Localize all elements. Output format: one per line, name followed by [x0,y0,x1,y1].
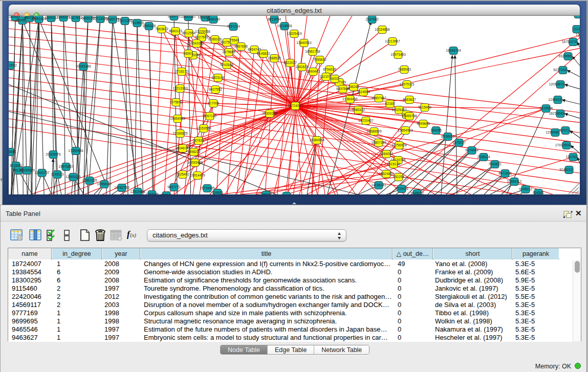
svg-text:12444: 12444 [282,194,292,194]
svg-text:2610552: 2610552 [9,63,17,67]
svg-text:7663822: 7663822 [155,27,168,31]
svg-text:2718170: 2718170 [175,70,188,73]
svg-text:9245012: 9245012 [519,187,532,191]
svg-text:7986322: 7986322 [352,108,365,112]
svg-text:21364436: 21364436 [342,97,358,101]
svg-text:9146821: 9146821 [257,52,270,55]
svg-text:3267110: 3267110 [203,114,216,118]
svg-text:16961758: 16961758 [305,50,320,53]
svg-text:2803144: 2803144 [211,76,225,79]
svg-text:1733426: 1733426 [395,187,408,190]
svg-text:12923468: 12923468 [130,190,145,193]
svg-text:19975857: 19975857 [58,165,74,168]
svg-text:1292346: 1292346 [145,192,159,194]
svg-text:9115460: 9115460 [418,105,431,109]
svg-text:12942737: 12942737 [34,171,50,174]
svg-text:13226058: 13226058 [195,30,210,33]
svg-text:14136141: 14136141 [371,183,386,187]
svg-text:6990443: 6990443 [307,70,320,73]
svg-text:1244415: 1244415 [548,98,561,101]
svg-text:924501: 924501 [533,191,544,194]
svg-text:20206576: 20206576 [46,152,61,156]
svg-text:9227343: 9227343 [553,68,567,72]
svg-text:12153594: 12153594 [196,126,211,130]
svg-text:2867608: 2867608 [234,45,248,48]
svg-text:19218906: 19218906 [277,24,292,28]
svg-text:17010504: 17010504 [555,143,571,147]
svg-text:1362615: 1362615 [295,65,309,69]
svg-text:18724007: 18724007 [288,104,303,107]
svg-text:16093489: 16093489 [187,161,203,164]
svg-text:17359934: 17359934 [68,149,83,152]
svg-text:2187682: 2187682 [365,17,379,21]
svg-text:12975115: 12975115 [400,82,415,86]
svg-text:417006: 417006 [208,101,219,105]
svg-text:13640910: 13640910 [296,41,312,45]
svg-text:19384554: 19384554 [309,138,324,142]
svg-text:12213363: 12213363 [172,86,188,90]
svg-text:9327509: 9327509 [195,35,208,39]
svg-text:5322037: 5322037 [284,61,297,64]
svg-text:75546: 75546 [230,38,239,42]
svg-text:18807249: 18807249 [371,141,386,144]
svg-text:20053346: 20053346 [76,64,91,68]
svg-text:10756928: 10756928 [391,143,407,147]
svg-text:116753: 116753 [565,155,577,159]
svg-text:12093872: 12093872 [549,82,564,86]
svg-text:1065328: 1065328 [142,24,156,28]
svg-text:3624554: 3624554 [357,90,370,94]
svg-text:1145113: 1145113 [51,172,64,176]
svg-text:152254: 152254 [393,175,404,179]
svg-text:9474444: 9474444 [465,148,478,152]
svg-text:1112: 1112 [573,27,580,31]
svg-text:13654923: 13654923 [398,128,413,132]
svg-text:1527602: 1527602 [69,16,82,19]
svg-text:3875685: 3875685 [222,50,235,54]
svg-text:7485063: 7485063 [398,68,411,71]
svg-text:19166825: 19166825 [172,132,188,135]
svg-text:15046748: 15046748 [175,146,190,150]
svg-text:10653267: 10653267 [181,16,196,18]
svg-text:10654112: 10654112 [507,180,522,183]
svg-text:567831: 567831 [193,139,204,142]
svg-text:10958107: 10958107 [97,182,112,186]
svg-text:15720407: 15720407 [358,119,374,122]
svg-text:16210643: 16210643 [549,112,564,115]
svg-text:10688609: 10688609 [366,129,382,133]
svg-text:8660123: 8660123 [169,29,182,33]
svg-text:1065332: 1065332 [45,16,58,19]
svg-text:10807487: 10807487 [371,96,386,100]
svg-text:9245012: 9245012 [410,191,424,194]
svg-text:9463627: 9463627 [403,98,416,101]
svg-text:7632621: 7632621 [488,162,502,166]
svg-text:8471636: 8471636 [498,171,512,175]
svg-text:15495758: 15495758 [402,114,417,118]
svg-text:8912954: 8912954 [182,31,195,35]
svg-text:1845061: 1845061 [9,150,16,154]
svg-text:6497568: 6497568 [336,87,350,91]
svg-text:133254: 133254 [576,33,580,36]
svg-text:62160: 62160 [385,102,395,105]
svg-text:1588520: 1588520 [268,56,281,60]
svg-text:746266: 746266 [348,85,359,89]
svg-text:3215958: 3215958 [539,106,553,110]
svg-text:1065328: 1065328 [57,16,70,19]
svg-text:17957255: 17957255 [82,179,97,182]
svg-text:12505135: 12505135 [66,175,81,179]
svg-text:8454749: 8454749 [248,48,261,51]
svg-text:6466160: 6466160 [207,17,220,21]
svg-text:16782759: 16782759 [114,186,129,189]
svg-text:7857224: 7857224 [227,25,240,28]
svg-text:16543362: 16543362 [189,41,204,45]
svg-text:9245012: 9245012 [559,168,573,171]
svg-text:1093771: 1093771 [167,16,181,18]
svg-text:9242848: 9242848 [220,63,233,67]
svg-text:9084067: 9084067 [380,152,393,156]
svg-text:2935114: 2935114 [477,155,490,159]
svg-text:6794028: 6794028 [323,68,336,71]
svg-text:12156829: 12156829 [19,168,35,172]
svg-text:8813054: 8813054 [268,17,281,21]
svg-text:128234: 128234 [260,193,272,194]
svg-text:13325419: 13325419 [287,32,302,35]
svg-text:164095: 164095 [430,128,442,132]
